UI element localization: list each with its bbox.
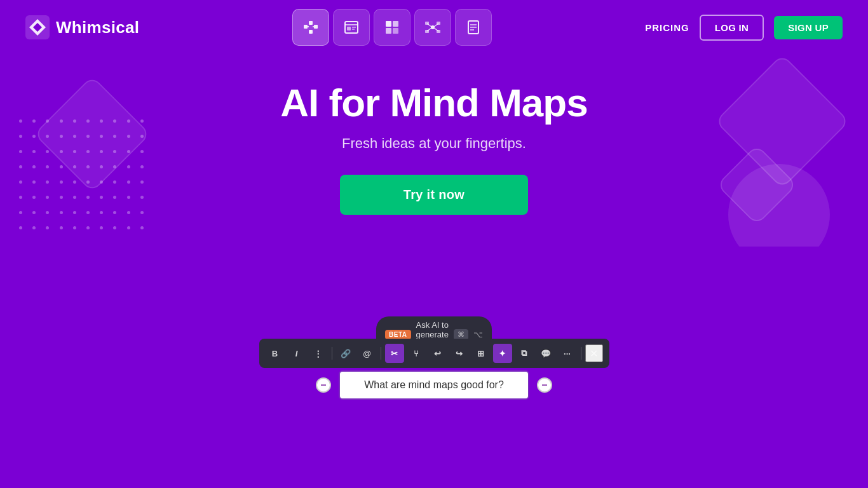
svg-rect-3	[304, 25, 308, 29]
svg-rect-27	[425, 30, 429, 33]
fork-button[interactable]: ⑂	[407, 344, 426, 363]
login-button[interactable]: LOG IN	[700, 15, 764, 41]
left-connector[interactable]	[316, 377, 331, 393]
try-it-now-button[interactable]: Try it now	[340, 175, 528, 215]
cut-button[interactable]: ✂	[385, 344, 404, 363]
tool-stickynotes[interactable]	[374, 9, 410, 46]
dot	[60, 135, 63, 138]
nav-tools	[292, 9, 492, 46]
dot	[46, 119, 49, 123]
right-connector-inner	[542, 384, 547, 386]
demo-container: BETA Ask AI to generate ideas ⌘ ⌥ B I ⋮ …	[0, 247, 868, 488]
tool-docs[interactable]	[455, 9, 492, 46]
toolbar-divider-3	[581, 347, 581, 360]
comment-button[interactable]: 💬	[536, 344, 555, 363]
whimsical-logo-icon	[25, 15, 50, 39]
dot	[32, 196, 36, 199]
dot	[19, 211, 22, 214]
nav-right: PRICING LOG IN SIGN UP	[645, 15, 843, 41]
dot	[32, 135, 36, 138]
dot	[100, 211, 103, 214]
dot	[73, 226, 76, 229]
header: Whimsical	[0, 0, 868, 55]
dot	[86, 150, 90, 153]
dot	[86, 226, 90, 229]
close-button[interactable]: ✕	[585, 344, 603, 362]
toolbar-divider-1	[332, 347, 332, 360]
dot	[60, 165, 63, 168]
dot	[86, 165, 90, 168]
dot	[140, 165, 144, 168]
dot	[73, 135, 76, 138]
svg-rect-4	[314, 25, 318, 29]
svg-point-20	[431, 25, 435, 29]
dot	[32, 211, 36, 214]
dot	[100, 150, 103, 153]
link-button[interactable]: 🔗	[336, 344, 355, 363]
dot	[100, 226, 103, 229]
format-toolbar: B I ⋮ 🔗 @ ✂ ⑂ ↩ ↪ ⊞ ✦ ⧉ 💬 ··· ✕	[259, 339, 609, 368]
signup-button[interactable]: SIGN UP	[774, 16, 843, 39]
dot	[73, 211, 76, 214]
grid-button[interactable]: ⊞	[471, 344, 491, 363]
dot	[60, 180, 63, 184]
dot	[73, 150, 76, 153]
beta-badge: BETA	[385, 330, 410, 339]
svg-rect-28	[437, 30, 440, 33]
dot	[86, 180, 90, 184]
text-node-container: What are mind maps good for?	[316, 370, 552, 400]
brand-name: Whimsical	[56, 18, 139, 37]
italic-button[interactable]: I	[287, 344, 306, 363]
curve-right-button[interactable]: ↪	[450, 344, 469, 363]
dot	[86, 119, 90, 123]
mind-map-node[interactable]: What are mind maps good for?	[339, 370, 529, 400]
dot	[32, 119, 36, 123]
dot	[46, 196, 49, 199]
curve-left-button[interactable]: ↩	[428, 344, 447, 363]
dot	[100, 135, 103, 138]
dot	[127, 196, 130, 199]
duplicate-button[interactable]: ⧉	[515, 344, 534, 363]
dot	[113, 226, 116, 229]
dot	[113, 150, 116, 153]
dot	[140, 150, 144, 153]
tool-wireframes[interactable]	[333, 9, 370, 46]
svg-rect-26	[437, 22, 440, 25]
dot	[127, 211, 130, 214]
dot	[19, 196, 22, 199]
dot	[60, 226, 63, 229]
dot	[32, 150, 36, 153]
dot	[19, 150, 22, 153]
dot	[113, 180, 116, 184]
tool-flowcharts[interactable]	[292, 9, 329, 46]
dot	[73, 119, 76, 123]
dot	[86, 196, 90, 199]
dot	[140, 211, 144, 214]
svg-rect-13	[347, 27, 351, 30]
svg-rect-17	[393, 21, 398, 27]
mention-button[interactable]: @	[358, 344, 377, 363]
pricing-link[interactable]: PRICING	[645, 22, 689, 33]
dot	[127, 165, 130, 168]
page-wrapper: Whimsical	[0, 0, 868, 488]
svg-rect-18	[386, 28, 391, 34]
dot	[100, 180, 103, 184]
dot	[32, 180, 36, 184]
dot	[32, 165, 36, 168]
bold-button[interactable]: B	[266, 344, 285, 363]
dot	[73, 180, 76, 184]
dot	[32, 226, 36, 229]
dot	[113, 135, 116, 138]
dot	[100, 165, 103, 168]
tool-mindmaps[interactable]	[414, 9, 451, 46]
ellipsis-button[interactable]: ···	[558, 344, 577, 363]
dot	[73, 196, 76, 199]
dot	[19, 119, 22, 123]
logo[interactable]: Whimsical	[25, 15, 139, 39]
right-connector[interactable]	[537, 377, 552, 393]
dot	[140, 135, 144, 138]
more-text-button[interactable]: ⋮	[309, 344, 328, 363]
toolbar-divider-2	[381, 347, 381, 360]
ai-button[interactable]: ✦	[493, 344, 512, 363]
dot	[100, 119, 103, 123]
